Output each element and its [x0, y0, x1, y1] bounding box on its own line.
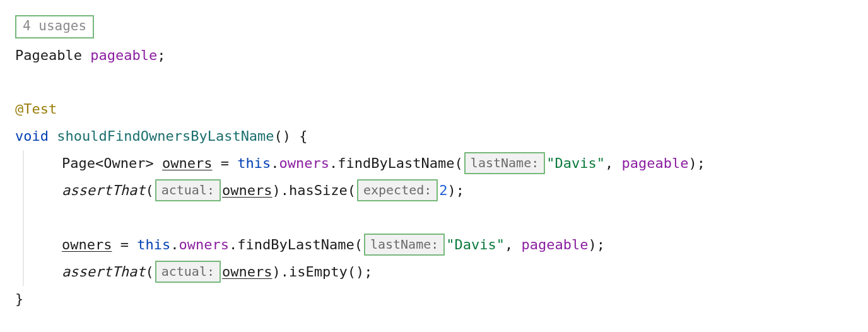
- var-owners: owners: [162, 155, 212, 171]
- blank-line: [62, 205, 853, 232]
- code-line-1: Page<Owner> owners = this.owners.findByL…: [62, 150, 853, 177]
- comma: ,: [505, 237, 522, 252]
- field-pageable: pageable: [90, 47, 157, 63]
- open-paren: (: [355, 237, 363, 252]
- field-owners: owners: [279, 155, 329, 171]
- close-paren: );: [588, 237, 605, 252]
- call-hassize: hasSize: [289, 182, 348, 198]
- code-line-2: assertThat(actual:owners).hasSize(expect…: [62, 177, 853, 205]
- var-owners: owners: [222, 182, 272, 198]
- code-line-3: owners = this.owners.findByLastName(last…: [62, 232, 853, 259]
- param-hint-lastname[interactable]: lastName:: [464, 152, 545, 174]
- dot: .: [271, 155, 279, 171]
- call-isempty: isEmpty: [289, 264, 348, 280]
- call-findbylastname: findByLastName: [337, 155, 454, 171]
- arg-pageable: pageable: [621, 155, 688, 171]
- param-hint-actual[interactable]: actual:: [155, 179, 221, 201]
- type-pageable: Pageable: [15, 47, 82, 63]
- call-assertthat: assertThat: [62, 264, 145, 280]
- open-paren: (: [145, 264, 153, 280]
- number-2: 2: [439, 182, 447, 198]
- string-davis: "Davis": [546, 155, 605, 171]
- comma: ,: [605, 155, 622, 171]
- keyword-this: this: [237, 155, 271, 171]
- dot: .: [329, 155, 337, 171]
- call-findbylastname: findByLastName: [237, 237, 354, 252]
- close-paren: ();: [348, 264, 373, 280]
- call-assertthat: assertThat: [62, 182, 145, 198]
- blank-line: [15, 69, 853, 96]
- dot: .: [170, 237, 179, 252]
- method-name: shouldFindOwnersByLastName: [57, 128, 274, 144]
- open-paren: (: [145, 182, 153, 198]
- field-declaration: Pageable pageable;: [15, 42, 853, 69]
- open-paren: (: [348, 182, 356, 198]
- arg-pageable: pageable: [521, 237, 588, 252]
- equals: =: [212, 155, 237, 171]
- param-hint-lastname[interactable]: lastName:: [364, 234, 445, 256]
- close-paren: );: [688, 155, 705, 171]
- code-line-4: assertThat(actual:owners).isEmpty();: [62, 259, 853, 286]
- open-brace: {: [291, 128, 308, 144]
- keyword-this: this: [137, 237, 170, 252]
- dot: ).: [272, 182, 289, 198]
- param-hint-actual[interactable]: actual:: [155, 261, 221, 283]
- open-paren: (: [455, 155, 463, 171]
- parens: (): [274, 128, 291, 144]
- semicolon: ;: [157, 47, 165, 63]
- var-owners: owners: [62, 237, 112, 252]
- string-davis: "Davis": [446, 237, 505, 252]
- method-body: Page<Owner> owners = this.owners.findByL…: [23, 150, 853, 285]
- close-brace: }: [15, 286, 853, 313]
- dot: .: [229, 237, 237, 252]
- annotation-test: @Test: [15, 96, 853, 123]
- equals: =: [112, 237, 137, 252]
- field-owners: owners: [179, 237, 228, 252]
- dot: ).: [272, 264, 289, 280]
- var-owners: owners: [222, 264, 272, 280]
- annotation: @Test: [15, 101, 57, 117]
- usages-hint[interactable]: 4 usages: [15, 15, 94, 39]
- param-hint-expected[interactable]: expected:: [357, 179, 438, 201]
- close-paren: );: [448, 182, 465, 198]
- keyword-void: void: [15, 128, 49, 144]
- type-page-owner: Page<Owner>: [62, 155, 162, 171]
- method-signature: void shouldFindOwnersByLastName() {: [15, 123, 853, 150]
